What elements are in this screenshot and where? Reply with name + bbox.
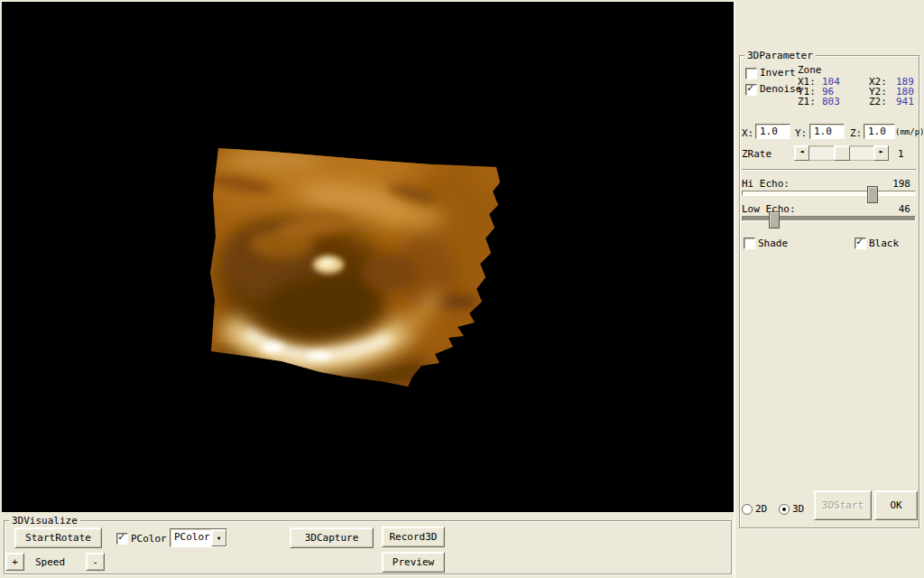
hi-echo-label: Hi Echo:: [742, 178, 790, 190]
low-echo-value: 46: [899, 203, 910, 215]
zrate-value: 1: [898, 148, 904, 160]
app-window: { "right_panel": { "group_title": "3DPar…: [0, 0, 924, 578]
speed-label: Speed: [35, 556, 65, 568]
visualize-groupbox: 3DVisualize StartRotate + Speed - PColor…: [4, 520, 732, 574]
parameter-groupbox: 3DParameter Invert Denoise Zone X1: 104 …: [739, 55, 919, 528]
start-rotate-button[interactable]: StartRotate: [14, 527, 102, 548]
speed-minus-button[interactable]: -: [86, 553, 105, 571]
black-checkbox[interactable]: [855, 238, 866, 249]
scale-y-field[interactable]: 1.0: [809, 124, 845, 139]
zrate-left-arrow-icon[interactable]: ◄: [794, 145, 809, 161]
zone-title: Zone: [798, 64, 822, 76]
zrate-label: ZRate: [742, 148, 772, 160]
visualize-group-title: 3DVisualize: [9, 515, 80, 527]
denoise-checkbox[interactable]: [745, 84, 757, 96]
speed-plus-button[interactable]: +: [5, 553, 24, 571]
ok-button[interactable]: OK: [874, 490, 918, 520]
zrate-scrollbar[interactable]: ◄ ►: [794, 145, 889, 161]
invert-checkbox[interactable]: [745, 68, 757, 79]
parameter-group-title: 3DParameter: [744, 50, 816, 61]
pcolor-dropdown-value: PColor: [171, 529, 211, 546]
separator: [742, 169, 916, 171]
mode-2d-radio[interactable]: [742, 504, 753, 515]
low-echo-slider-thumb[interactable]: [769, 211, 780, 228]
scale-x-label: X:: [742, 127, 753, 139]
scale-x-field[interactable]: 1.0: [755, 124, 790, 139]
shade-checkbox[interactable]: [744, 238, 755, 249]
scale-unit-label: (mm/p): [895, 126, 924, 138]
zrate-right-arrow-icon[interactable]: ►: [873, 145, 889, 161]
scale-z-label: Z:: [850, 127, 862, 139]
capture-3d-button[interactable]: 3DCapture: [290, 527, 374, 548]
invert-label: Invert: [760, 67, 796, 79]
scale-y-label: Y:: [795, 127, 807, 139]
pcolor-label: PColor: [131, 533, 167, 545]
zone-z2-label: Z2:: [869, 96, 887, 107]
low-echo-slider-track[interactable]: [742, 216, 916, 221]
record-3d-button[interactable]: Record3D: [382, 527, 445, 547]
panel-divider: [734, 0, 735, 578]
ultrasound-3d-render: [2, 2, 734, 512]
zrate-scrollbar-thumb[interactable]: [834, 145, 850, 161]
hi-echo-slider-thumb[interactable]: [867, 186, 878, 203]
scale-z-field[interactable]: 1.0: [864, 124, 895, 139]
mode-3d-label: 3D: [792, 503, 804, 515]
zone-z1-label: Z1:: [798, 96, 816, 107]
shade-label: Shade: [758, 238, 788, 249]
pcolor-dropdown[interactable]: PColor ▼: [170, 528, 227, 547]
dropdown-arrow-icon[interactable]: ▼: [211, 529, 226, 546]
mode-2d-label: 2D: [755, 503, 767, 515]
start-3d-button[interactable]: 3DStart: [814, 490, 872, 520]
black-label: Black: [869, 238, 899, 249]
zone-z2-value: 941: [896, 96, 914, 107]
render-viewport[interactable]: [2, 2, 734, 512]
denoise-label: Denoise: [760, 83, 801, 95]
pcolor-checkbox[interactable]: [116, 533, 128, 545]
mode-3d-radio[interactable]: [779, 504, 790, 515]
hi-echo-value: 198: [892, 178, 910, 190]
zone-z1-value: 803: [822, 96, 840, 107]
hi-echo-slider-track[interactable]: [742, 191, 916, 196]
preview-button[interactable]: Preview: [382, 552, 445, 573]
